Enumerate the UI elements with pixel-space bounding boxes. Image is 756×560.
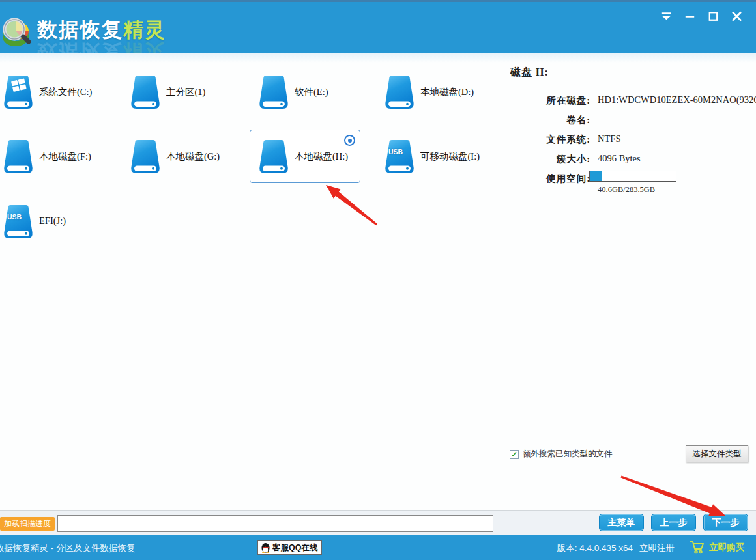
info-label: 簇大小:	[501, 153, 590, 165]
close-icon[interactable]	[729, 8, 744, 23]
usage-label: 使用空间:	[501, 173, 590, 185]
qq-support-badge[interactable]: 客服QQ在线	[257, 540, 322, 555]
info-label: 卷名:	[501, 114, 590, 126]
info-value: HD1:WDCWD10EZEX-60M2NAO(932GB)	[598, 94, 756, 105]
usb-label: USB	[388, 148, 403, 156]
disk-label: 本地磁盘(D:)	[420, 86, 474, 98]
maximize-icon[interactable]	[706, 8, 721, 23]
disk-label: 可移动磁盘(I:)	[420, 150, 480, 163]
disk-label: EFI(J:)	[39, 216, 66, 227]
disk-item-g[interactable]: 本地磁盘(G:)	[121, 130, 232, 183]
disk-label: 本地磁盘(H:)	[295, 150, 348, 163]
load-scan-progress-button[interactable]: 加载扫描进度	[0, 517, 55, 531]
select-file-type-button[interactable]: 选择文件类型	[686, 445, 748, 462]
usb-disk-icon	[3, 204, 34, 240]
info-value: NTFS	[598, 133, 620, 145]
disk-item-partition1[interactable]: 主分区(1)	[121, 65, 232, 119]
checkbox-icon[interactable]: ✓	[510, 450, 519, 459]
usb-label: USB	[7, 213, 22, 221]
next-step-button[interactable]: 下一步	[703, 514, 748, 531]
extra-search-checkbox[interactable]: ✓ 额外搜索已知类型的文件	[510, 449, 613, 460]
version-area: 版本: 4.4.0.435 x64 立即注册	[557, 542, 675, 554]
status-text: 数据恢复精灵 - 分区及文件数据恢复	[0, 542, 136, 554]
minimize-icon[interactable]	[682, 8, 697, 23]
status-bar: 数据恢复精灵 - 分区及文件数据恢复 客服QQ在线 版本: 4.4.0.435 …	[0, 535, 756, 560]
app-window: 数据恢复精灵 数据恢复精灵	[0, 0, 756, 560]
disk-info-title: 磁盘 H:	[510, 66, 549, 79]
disk-item-j[interactable]: USB EFI(J:)	[0, 195, 105, 248]
previous-step-button[interactable]: 上一步	[651, 514, 696, 531]
disk-label: 软件(E:)	[295, 86, 328, 98]
disk-item-i[interactable]: USB 可移动磁盘(I:)	[375, 130, 486, 183]
qq-badge-label: 客服QQ在线	[272, 542, 317, 553]
disk-item-e[interactable]: 软件(E:)	[250, 65, 360, 119]
disk-label: 主分区(1)	[166, 86, 205, 98]
system-disk-icon	[3, 74, 34, 111]
info-label: 文件系统:	[501, 133, 590, 146]
qq-icon	[261, 542, 270, 553]
window-controls	[659, 8, 744, 23]
version-text: 版本: 4.4.0.435 x64	[557, 542, 633, 554]
app-title: 数据恢复精灵 数据恢复精灵	[37, 16, 166, 55]
disk-icon	[130, 74, 161, 111]
disk-icon	[258, 74, 289, 111]
app-logo-icon	[0, 12, 36, 51]
disk-info-panel: 磁盘 H: 所在磁盘: HD1:WDCWD10EZEX-60M2NAO(932G…	[501, 53, 756, 510]
disk-item-h-selected[interactable]: 本地磁盘(H:)	[250, 130, 360, 183]
radio-selected-icon[interactable]	[344, 135, 355, 146]
usb-disk-icon	[384, 139, 415, 175]
cart-icon	[690, 540, 705, 554]
collapse-icon[interactable]	[659, 8, 674, 23]
buy-now-link[interactable]: 立即购买	[690, 540, 744, 554]
checkbox-label: 额外搜索已知类型的文件	[523, 449, 613, 460]
bottom-bar: 加载扫描进度 主菜单 上一步 下一步	[0, 510, 756, 535]
disk-label: 系统文件(C:)	[39, 86, 92, 98]
disk-item-d[interactable]: 本地磁盘(D:)	[375, 65, 486, 119]
register-link[interactable]: 立即注册	[639, 542, 675, 554]
usage-text: 40.6GB/283.5GB	[598, 185, 655, 195]
main-area: 系统文件(C:) 主分区(1) 软件(E:) 本地磁盘(D:)	[0, 53, 756, 510]
main-menu-button[interactable]: 主菜单	[599, 514, 644, 531]
info-value: 4096 Bytes	[598, 153, 641, 164]
disk-label: 本地磁盘(G:)	[166, 150, 220, 163]
disk-item-f[interactable]: 本地磁盘(F:)	[0, 130, 105, 183]
disk-icon	[384, 74, 415, 111]
disk-icon	[258, 139, 289, 175]
info-label: 所在磁盘:	[501, 94, 590, 107]
title-bar: 数据恢复精灵 数据恢复精灵	[0, 0, 756, 53]
buy-now-label: 立即购买	[709, 542, 744, 553]
usage-bar-fill	[590, 171, 602, 181]
disk-label: 本地磁盘(F:)	[39, 150, 91, 163]
scan-progress-bar	[57, 515, 493, 532]
usage-bar	[589, 171, 676, 182]
disk-item-c[interactable]: 系统文件(C:)	[0, 65, 105, 119]
disk-icon	[130, 139, 161, 175]
disk-icon	[3, 139, 34, 175]
